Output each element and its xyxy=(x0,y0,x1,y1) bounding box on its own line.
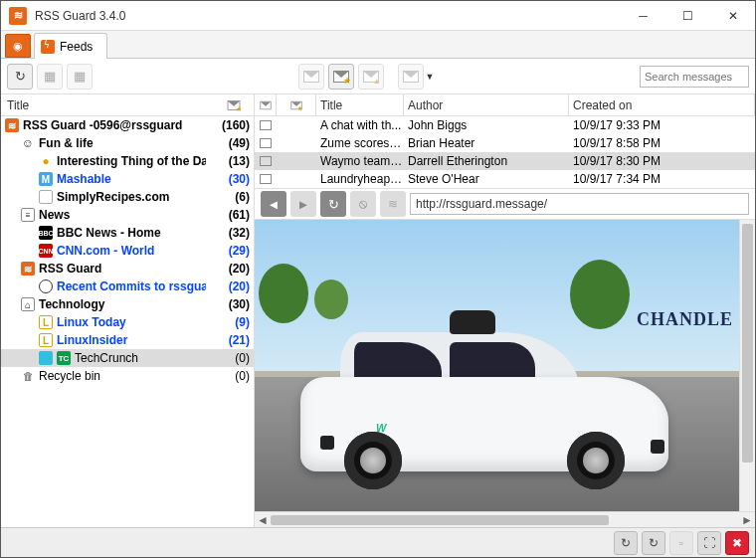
main-toolbar: ↻ ▦ ▦ ▼ xyxy=(1,59,755,94)
feed-label: Interesting Thing of the Day xyxy=(57,154,206,168)
feed-count: (21) xyxy=(206,333,250,347)
feed-tree-row[interactable]: CNNCNN.com - World(29) xyxy=(1,242,254,260)
tab-label: Feeds xyxy=(60,40,93,54)
feed-count: (29) xyxy=(206,244,250,258)
status-btn-2[interactable]: ↻ xyxy=(642,531,665,555)
feed-count: (32) xyxy=(206,226,250,240)
article-image: CHANDLE W xyxy=(255,220,739,511)
maximize-button[interactable]: ☐ xyxy=(665,1,710,31)
scroll-right-arrow-icon[interactable]: ► xyxy=(739,513,755,527)
message-row[interactable]: Waymo teams...Darrell Etherington10/9/17… xyxy=(255,152,755,170)
mark-read-button[interactable] xyxy=(298,64,324,90)
feed-count: (20) xyxy=(206,262,250,276)
scroll-left-arrow-icon[interactable]: ◄ xyxy=(255,513,271,527)
col-msg-author: Author xyxy=(404,94,569,115)
nav-reload-button[interactable]: ↻ xyxy=(320,191,346,217)
feed-tree-row[interactable]: 🗑Recycle bin(0) xyxy=(1,367,254,385)
read-indicator-icon xyxy=(255,138,277,148)
search-input[interactable] xyxy=(640,66,749,88)
feed-label: News xyxy=(39,208,70,222)
feed-tree-row[interactable]: ●Interesting Thing of the Day(13) xyxy=(1,152,254,170)
rss-icon xyxy=(41,40,55,54)
feed-tree-row[interactable]: Recent Commits to rssgua...(20) xyxy=(1,278,254,295)
status-btn-1[interactable]: ↻ xyxy=(614,531,638,555)
main-area: Title ≋RSS Guard -0596@rssguard(160)☺Fun… xyxy=(1,94,755,527)
message-row[interactable]: Laundryheap,...Steve O'Hear10/9/17 7:34 … xyxy=(255,170,755,188)
feed-count: (49) xyxy=(206,136,250,150)
feed-count: (30) xyxy=(206,172,250,186)
feed-tree-row[interactable]: LLinuxInsider(21) xyxy=(1,331,254,349)
app-icon: ≋ xyxy=(9,7,27,25)
feed-label: Mashable xyxy=(57,172,111,186)
feed-label: Linux Today xyxy=(57,315,126,329)
tab-feeds[interactable]: Feeds xyxy=(34,33,107,59)
feed-count: (0) xyxy=(206,351,250,365)
cnn-icon: CNN xyxy=(39,244,53,258)
simply-icon xyxy=(39,190,53,204)
status-close-button[interactable]: ✖ xyxy=(725,531,749,555)
mark-important-button[interactable] xyxy=(328,64,354,90)
news-icon: ≡ xyxy=(21,208,35,222)
tab-bar: ◉ Feeds xyxy=(1,31,755,59)
minimize-button[interactable]: ─ xyxy=(621,1,665,31)
msg-date: 10/9/17 8:30 PM xyxy=(569,154,755,168)
nav-back-button[interactable]: ◄ xyxy=(261,191,286,217)
feed-tree-row[interactable]: BBCBBC News - Home(32) xyxy=(1,224,254,242)
toolbar-btn-3[interactable]: ▦ xyxy=(67,64,93,90)
filter-messages-button[interactable] xyxy=(398,64,424,90)
feed-tree-row[interactable]: ≋RSS Guard(20) xyxy=(1,260,254,278)
car-illustration: W xyxy=(300,320,668,489)
feed-tree-panel: Title ≋RSS Guard -0596@rssguard(160)☺Fun… xyxy=(1,94,255,527)
feed-tree-header[interactable]: Title xyxy=(1,94,254,116)
feed-tree-row[interactable]: ≡News(61) xyxy=(1,206,254,224)
preview-horizontal-scrollbar[interactable]: ◄ ► xyxy=(255,511,755,527)
feed-label: TechCrunch xyxy=(75,351,138,365)
rss-icon: ≋ xyxy=(5,118,19,132)
nav-stop-button[interactable]: ⦸ xyxy=(350,191,376,217)
close-button[interactable]: ✕ xyxy=(710,1,755,31)
message-list[interactable]: A chat with th...John Biggs10/9/17 9:33 … xyxy=(255,116,755,188)
feed-label: Recycle bin xyxy=(39,369,100,383)
msg-title: Zume scores $... xyxy=(316,136,404,150)
accounts-button[interactable]: ◉ xyxy=(5,34,31,58)
msg-title: Waymo teams... xyxy=(316,154,404,168)
message-list-header[interactable]: Title Author Created on xyxy=(255,94,755,116)
read-indicator-icon xyxy=(255,120,277,130)
status-btn-fullscreen[interactable]: ⛶ xyxy=(697,531,721,555)
feed-label: BBC News - Home xyxy=(57,226,161,240)
dropdown-caret-icon[interactable]: ▼ xyxy=(426,72,435,82)
feed-tree-row[interactable]: SimplyRecipes.com(6) xyxy=(1,188,254,206)
mash-icon: M xyxy=(39,172,53,186)
feed-tree-row[interactable]: MMashable(30) xyxy=(1,170,254,188)
col-read-icon xyxy=(255,94,277,115)
toolbar-btn-2[interactable]: ▦ xyxy=(37,64,63,90)
message-row[interactable]: A chat with th...John Biggs10/9/17 9:33 … xyxy=(255,116,755,134)
envelope-warn-icon xyxy=(363,71,379,83)
col-title: Title xyxy=(1,98,214,112)
status-btn-3[interactable]: ▫ xyxy=(669,531,693,555)
feed-tree-row[interactable]: ⌂Technology(30) xyxy=(1,295,254,313)
preview-pane: CHANDLE W xyxy=(255,220,755,511)
feed-tree-body[interactable]: ≋RSS Guard -0596@rssguard(160)☺Fun & lif… xyxy=(1,116,254,527)
feed-tree-row[interactable]: ☺Fun & life(49) xyxy=(1,134,254,152)
msg-title: A chat with th... xyxy=(316,118,404,132)
feed-tree-row[interactable]: LLinux Today(9) xyxy=(1,313,254,331)
li-icon: L xyxy=(39,333,53,347)
msg-author: Brian Heater xyxy=(404,136,569,150)
message-row[interactable]: Zume scores $...Brian Heater10/9/17 8:58… xyxy=(255,134,755,152)
mark-spam-button[interactable] xyxy=(358,64,384,90)
status-bar: ↻ ↻ ▫ ⛶ ✖ xyxy=(1,527,755,557)
feed-count: (9) xyxy=(206,315,250,329)
col-important-icon xyxy=(277,94,316,115)
open-feed-button[interactable]: ≋ xyxy=(380,191,406,217)
refresh-button[interactable]: ↻ xyxy=(7,64,33,90)
preview-vertical-scrollbar[interactable] xyxy=(739,220,755,511)
feed-tree-row[interactable]: TCTechCrunch(0) xyxy=(1,349,254,367)
window-title: RSS Guard 3.4.0 xyxy=(35,9,621,23)
msg-date: 10/9/17 7:34 PM xyxy=(569,172,755,186)
tech-icon: ⌂ xyxy=(21,297,35,311)
nav-forward-button[interactable]: ► xyxy=(290,191,316,217)
feed-tree-row[interactable]: ≋RSS Guard -0596@rssguard(160) xyxy=(1,116,254,134)
preview-url-field[interactable]: http://rssguard.message/ xyxy=(410,193,749,215)
col-count-icon xyxy=(214,99,254,111)
